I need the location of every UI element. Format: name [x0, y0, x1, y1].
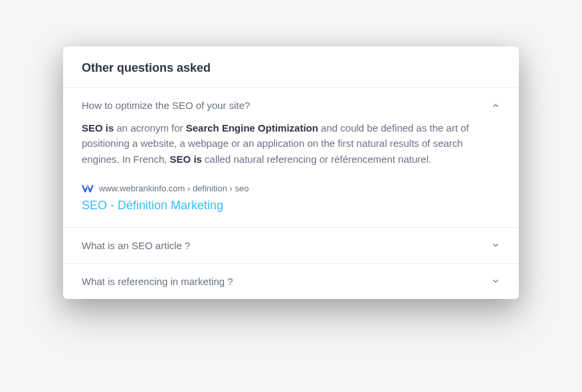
answer-bold: Search Engine Optimization — [186, 122, 318, 134]
answer-span: called natural referencing or référencem… — [202, 153, 431, 165]
question-text: What is referencing in marketing ? — [82, 276, 233, 287]
chevron-down-icon — [491, 276, 500, 286]
question-body: SEO is an acronym for Search Engine Opti… — [63, 120, 519, 227]
question-text: How to optimize the SEO of your site? — [82, 100, 250, 111]
question-item: What is referencing in marketing ? — [63, 264, 519, 299]
site-favicon-icon — [82, 183, 94, 195]
answer-span: an acronym for — [114, 122, 185, 134]
question-item: What is an SEO article ? — [63, 228, 519, 264]
question-text: What is an SEO article ? — [82, 240, 190, 251]
source-row: www.webrankinfo.com › definition › seo — [82, 183, 500, 195]
question-toggle[interactable]: What is referencing in marketing ? — [63, 264, 519, 299]
question-toggle[interactable]: What is an SEO article ? — [63, 228, 519, 263]
chevron-up-icon — [491, 101, 500, 110]
card-header: Other questions asked — [63, 47, 519, 88]
question-toggle[interactable]: How to optimize the SEO of your site? — [63, 88, 519, 120]
questions-card: Other questions asked How to optimize th… — [63, 47, 519, 299]
source-breadcrumb: www.webrankinfo.com › definition › seo — [99, 183, 248, 193]
question-item: How to optimize the SEO of your site? SE… — [63, 88, 519, 228]
answer-bold: SEO is — [82, 122, 114, 134]
card-title: Other questions asked — [82, 61, 500, 75]
answer-text: SEO is an acronym for Search Engine Opti… — [82, 120, 500, 167]
source-link[interactable]: SEO - Définition Marketing — [82, 199, 223, 212]
answer-bold: SEO is — [170, 153, 202, 165]
chevron-down-icon — [491, 241, 500, 250]
